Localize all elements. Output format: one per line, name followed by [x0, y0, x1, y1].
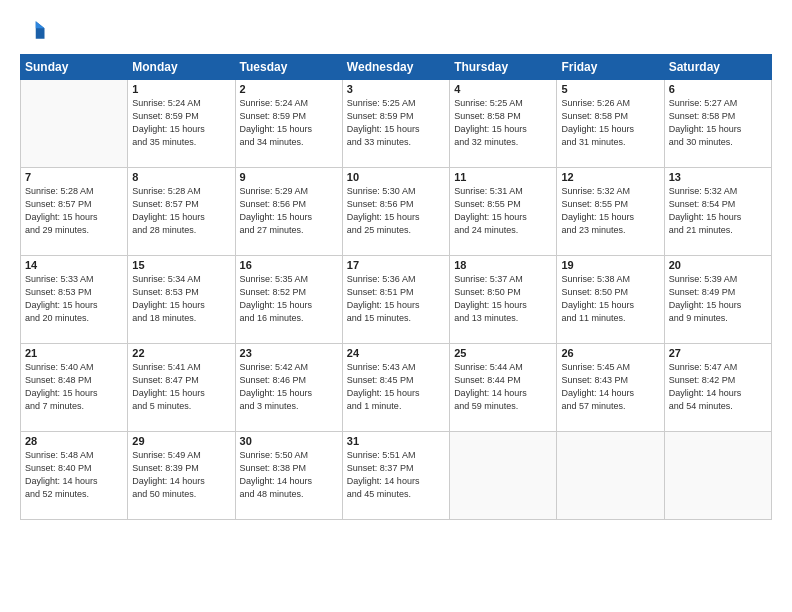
day-info: Sunrise: 5:45 AM Sunset: 8:43 PM Dayligh…	[561, 361, 659, 413]
day-number: 5	[561, 83, 659, 95]
weekday-header: Saturday	[664, 55, 771, 80]
day-number: 4	[454, 83, 552, 95]
day-info: Sunrise: 5:28 AM Sunset: 8:57 PM Dayligh…	[25, 185, 123, 237]
day-number: 29	[132, 435, 230, 447]
day-info: Sunrise: 5:44 AM Sunset: 8:44 PM Dayligh…	[454, 361, 552, 413]
day-info: Sunrise: 5:24 AM Sunset: 8:59 PM Dayligh…	[240, 97, 338, 149]
day-number: 2	[240, 83, 338, 95]
day-number: 31	[347, 435, 445, 447]
day-number: 7	[25, 171, 123, 183]
day-number: 9	[240, 171, 338, 183]
weekday-header: Thursday	[450, 55, 557, 80]
day-number: 23	[240, 347, 338, 359]
calendar-cell: 27Sunrise: 5:47 AM Sunset: 8:42 PM Dayli…	[664, 344, 771, 432]
day-number: 18	[454, 259, 552, 271]
calendar-cell: 5Sunrise: 5:26 AM Sunset: 8:58 PM Daylig…	[557, 80, 664, 168]
day-number: 14	[25, 259, 123, 271]
day-number: 20	[669, 259, 767, 271]
weekday-header: Friday	[557, 55, 664, 80]
calendar-cell: 17Sunrise: 5:36 AM Sunset: 8:51 PM Dayli…	[342, 256, 449, 344]
day-info: Sunrise: 5:41 AM Sunset: 8:47 PM Dayligh…	[132, 361, 230, 413]
day-info: Sunrise: 5:27 AM Sunset: 8:58 PM Dayligh…	[669, 97, 767, 149]
calendar-cell: 25Sunrise: 5:44 AM Sunset: 8:44 PM Dayli…	[450, 344, 557, 432]
day-info: Sunrise: 5:32 AM Sunset: 8:55 PM Dayligh…	[561, 185, 659, 237]
day-info: Sunrise: 5:37 AM Sunset: 8:50 PM Dayligh…	[454, 273, 552, 325]
calendar-cell: 8Sunrise: 5:28 AM Sunset: 8:57 PM Daylig…	[128, 168, 235, 256]
calendar-cell: 12Sunrise: 5:32 AM Sunset: 8:55 PM Dayli…	[557, 168, 664, 256]
calendar-cell: 9Sunrise: 5:29 AM Sunset: 8:56 PM Daylig…	[235, 168, 342, 256]
calendar-cell	[21, 80, 128, 168]
calendar-week-row: 1Sunrise: 5:24 AM Sunset: 8:59 PM Daylig…	[21, 80, 772, 168]
day-number: 24	[347, 347, 445, 359]
day-number: 8	[132, 171, 230, 183]
day-number: 19	[561, 259, 659, 271]
logo-icon	[20, 16, 48, 44]
day-info: Sunrise: 5:26 AM Sunset: 8:58 PM Dayligh…	[561, 97, 659, 149]
calendar-cell: 3Sunrise: 5:25 AM Sunset: 8:59 PM Daylig…	[342, 80, 449, 168]
day-info: Sunrise: 5:50 AM Sunset: 8:38 PM Dayligh…	[240, 449, 338, 501]
weekday-header: Monday	[128, 55, 235, 80]
day-info: Sunrise: 5:24 AM Sunset: 8:59 PM Dayligh…	[132, 97, 230, 149]
calendar-cell: 22Sunrise: 5:41 AM Sunset: 8:47 PM Dayli…	[128, 344, 235, 432]
calendar-cell	[450, 432, 557, 520]
day-info: Sunrise: 5:40 AM Sunset: 8:48 PM Dayligh…	[25, 361, 123, 413]
day-info: Sunrise: 5:25 AM Sunset: 8:59 PM Dayligh…	[347, 97, 445, 149]
day-number: 21	[25, 347, 123, 359]
calendar-week-row: 21Sunrise: 5:40 AM Sunset: 8:48 PM Dayli…	[21, 344, 772, 432]
weekday-header: Sunday	[21, 55, 128, 80]
weekday-header-row: SundayMondayTuesdayWednesdayThursdayFrid…	[21, 55, 772, 80]
day-number: 17	[347, 259, 445, 271]
calendar-cell: 15Sunrise: 5:34 AM Sunset: 8:53 PM Dayli…	[128, 256, 235, 344]
day-info: Sunrise: 5:42 AM Sunset: 8:46 PM Dayligh…	[240, 361, 338, 413]
weekday-header: Tuesday	[235, 55, 342, 80]
calendar-cell: 29Sunrise: 5:49 AM Sunset: 8:39 PM Dayli…	[128, 432, 235, 520]
day-number: 28	[25, 435, 123, 447]
day-number: 16	[240, 259, 338, 271]
day-info: Sunrise: 5:29 AM Sunset: 8:56 PM Dayligh…	[240, 185, 338, 237]
day-info: Sunrise: 5:31 AM Sunset: 8:55 PM Dayligh…	[454, 185, 552, 237]
day-number: 6	[669, 83, 767, 95]
day-info: Sunrise: 5:30 AM Sunset: 8:56 PM Dayligh…	[347, 185, 445, 237]
calendar-cell: 19Sunrise: 5:38 AM Sunset: 8:50 PM Dayli…	[557, 256, 664, 344]
calendar-cell: 2Sunrise: 5:24 AM Sunset: 8:59 PM Daylig…	[235, 80, 342, 168]
calendar-cell: 24Sunrise: 5:43 AM Sunset: 8:45 PM Dayli…	[342, 344, 449, 432]
day-info: Sunrise: 5:34 AM Sunset: 8:53 PM Dayligh…	[132, 273, 230, 325]
day-info: Sunrise: 5:43 AM Sunset: 8:45 PM Dayligh…	[347, 361, 445, 413]
calendar-cell: 31Sunrise: 5:51 AM Sunset: 8:37 PM Dayli…	[342, 432, 449, 520]
day-number: 3	[347, 83, 445, 95]
calendar-cell: 1Sunrise: 5:24 AM Sunset: 8:59 PM Daylig…	[128, 80, 235, 168]
logo	[20, 16, 52, 44]
day-number: 10	[347, 171, 445, 183]
day-info: Sunrise: 5:32 AM Sunset: 8:54 PM Dayligh…	[669, 185, 767, 237]
day-number: 30	[240, 435, 338, 447]
day-info: Sunrise: 5:33 AM Sunset: 8:53 PM Dayligh…	[25, 273, 123, 325]
day-info: Sunrise: 5:25 AM Sunset: 8:58 PM Dayligh…	[454, 97, 552, 149]
day-info: Sunrise: 5:48 AM Sunset: 8:40 PM Dayligh…	[25, 449, 123, 501]
calendar-cell	[557, 432, 664, 520]
day-info: Sunrise: 5:49 AM Sunset: 8:39 PM Dayligh…	[132, 449, 230, 501]
day-info: Sunrise: 5:39 AM Sunset: 8:49 PM Dayligh…	[669, 273, 767, 325]
calendar-cell: 6Sunrise: 5:27 AM Sunset: 8:58 PM Daylig…	[664, 80, 771, 168]
day-number: 1	[132, 83, 230, 95]
calendar-cell: 7Sunrise: 5:28 AM Sunset: 8:57 PM Daylig…	[21, 168, 128, 256]
calendar-cell: 28Sunrise: 5:48 AM Sunset: 8:40 PM Dayli…	[21, 432, 128, 520]
day-info: Sunrise: 5:35 AM Sunset: 8:52 PM Dayligh…	[240, 273, 338, 325]
day-number: 13	[669, 171, 767, 183]
day-number: 11	[454, 171, 552, 183]
calendar-cell: 23Sunrise: 5:42 AM Sunset: 8:46 PM Dayli…	[235, 344, 342, 432]
day-number: 26	[561, 347, 659, 359]
day-number: 22	[132, 347, 230, 359]
calendar-week-row: 7Sunrise: 5:28 AM Sunset: 8:57 PM Daylig…	[21, 168, 772, 256]
calendar-cell: 26Sunrise: 5:45 AM Sunset: 8:43 PM Dayli…	[557, 344, 664, 432]
calendar-cell: 10Sunrise: 5:30 AM Sunset: 8:56 PM Dayli…	[342, 168, 449, 256]
calendar-page: SundayMondayTuesdayWednesdayThursdayFrid…	[0, 0, 792, 612]
weekday-header: Wednesday	[342, 55, 449, 80]
calendar-cell: 18Sunrise: 5:37 AM Sunset: 8:50 PM Dayli…	[450, 256, 557, 344]
header	[20, 16, 772, 44]
day-info: Sunrise: 5:38 AM Sunset: 8:50 PM Dayligh…	[561, 273, 659, 325]
calendar-table: SundayMondayTuesdayWednesdayThursdayFrid…	[20, 54, 772, 520]
day-number: 12	[561, 171, 659, 183]
calendar-cell: 20Sunrise: 5:39 AM Sunset: 8:49 PM Dayli…	[664, 256, 771, 344]
day-number: 27	[669, 347, 767, 359]
day-info: Sunrise: 5:47 AM Sunset: 8:42 PM Dayligh…	[669, 361, 767, 413]
